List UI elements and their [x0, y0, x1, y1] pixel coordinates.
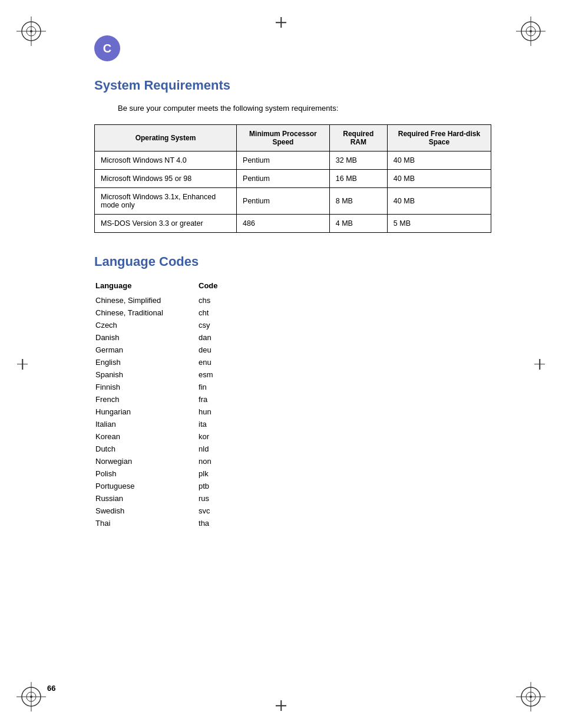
list-item: Finnishfin [95, 381, 246, 393]
language-name: Italian [95, 419, 197, 430]
language-codes-title: Language Codes [94, 254, 491, 269]
table-row: MS-DOS Version 3.3 or greater4864 MB5 MB [95, 215, 491, 233]
table-row: Microsoft Windows 95 or 98Pentium16 MB40… [95, 170, 491, 188]
list-item: Russianrus [95, 493, 246, 504]
language-name: Thai [95, 518, 197, 529]
corner-decoration-tr [516, 17, 546, 46]
list-item: Czechcsy [95, 319, 246, 331]
language-code: fra [199, 394, 246, 405]
cell-os: MS-DOS Version 3.3 or greater [95, 215, 237, 233]
table-row: Microsoft Windows NT 4.0Pentium32 MB40 M… [95, 151, 491, 170]
list-item: Portugueseptb [95, 480, 246, 492]
corner-decoration-br [516, 682, 546, 711]
list-item: Thaitha [95, 518, 246, 529]
cell-hdd: 40 MB [387, 188, 491, 215]
language-name: Chinese, Traditional [95, 307, 197, 318]
language-name: Russian [95, 493, 197, 504]
chapter-badge: C [94, 35, 120, 61]
language-name: Chinese, Simplified [95, 295, 197, 306]
table-row: Microsoft Windows 3.1x, Enhanced mode on… [95, 188, 491, 215]
language-name: Finnish [95, 381, 197, 393]
system-requirements-title: System Requirements [94, 78, 491, 93]
svg-point-14 [30, 696, 32, 698]
language-code: chs [199, 295, 246, 306]
language-name: Portuguese [95, 480, 197, 492]
language-name: Norwegian [95, 456, 197, 467]
language-code: tha [199, 518, 246, 529]
language-code: ita [199, 419, 246, 430]
language-code: dan [199, 332, 246, 343]
system-requirements-section: System Requirements Be sure your compute… [94, 78, 491, 233]
corner-decoration-bl [16, 682, 46, 711]
cell-hdd: 40 MB [387, 151, 491, 170]
list-item: Polishplk [95, 468, 246, 479]
language-name: Danish [95, 332, 197, 343]
list-item: Danishdan [95, 332, 246, 343]
language-code: plk [199, 468, 246, 479]
main-content: System Requirements Be sure your compute… [94, 78, 491, 530]
language-name: Polish [95, 468, 197, 479]
list-item: Swedishsvc [95, 505, 246, 516]
cell-processor: Pentium [237, 151, 330, 170]
language-code: cht [199, 307, 246, 318]
corner-decoration-tl [16, 17, 46, 46]
cell-hdd: 40 MB [387, 170, 491, 188]
col-header-code: Code [199, 281, 246, 294]
col-header-ram: Required RAM [329, 125, 387, 151]
edge-mark-right [534, 358, 546, 370]
language-name: Czech [95, 319, 197, 331]
cell-hdd: 5 MB [387, 215, 491, 233]
list-item: Frenchfra [95, 394, 246, 405]
cell-os: Microsoft Windows 95 or 98 [95, 170, 237, 188]
language-code: esm [199, 369, 246, 380]
list-item: Dutchnld [95, 443, 246, 454]
language-code: svc [199, 505, 246, 516]
page: C System Requirements Be sure your compu… [0, 0, 562, 728]
language-code: csy [199, 319, 246, 331]
language-code: deu [199, 344, 246, 355]
svg-point-4 [30, 30, 32, 32]
cell-ram: 16 MB [329, 170, 387, 188]
cell-processor: Pentium [237, 170, 330, 188]
col-header-processor: Minimum Processor Speed [237, 125, 330, 151]
language-name: German [95, 344, 197, 355]
cell-os: Microsoft Windows 3.1x, Enhanced mode on… [95, 188, 237, 215]
edge-mark-bottom [275, 700, 287, 711]
edge-mark-left [16, 358, 28, 370]
language-code: fin [199, 381, 246, 393]
language-code: kor [199, 431, 246, 442]
list-item: Norwegiannon [95, 456, 246, 467]
page-number: 66 [47, 684, 55, 693]
language-code: rus [199, 493, 246, 504]
svg-point-19 [530, 696, 532, 698]
language-name: Hungarian [95, 406, 197, 417]
svg-point-9 [530, 30, 532, 32]
cell-ram: 32 MB [329, 151, 387, 170]
cell-processor: 486 [237, 215, 330, 233]
table-header-row: Operating System Minimum Processor Speed… [95, 125, 491, 151]
language-code: nld [199, 443, 246, 454]
language-name: Spanish [95, 369, 197, 380]
col-header-os: Operating System [95, 125, 237, 151]
cell-processor: Pentium [237, 188, 330, 215]
edge-mark-top [275, 17, 287, 28]
list-item: Englishenu [95, 357, 246, 368]
language-name: Dutch [95, 443, 197, 454]
cell-ram: 8 MB [329, 188, 387, 215]
language-name: French [95, 394, 197, 405]
list-item: Koreankor [95, 431, 246, 442]
language-name: Korean [95, 431, 197, 442]
list-item: Italianita [95, 419, 246, 430]
language-code: non [199, 456, 246, 467]
language-codes-section: Language Codes Language Code Chinese, Si… [94, 254, 491, 530]
list-item: Spanishesm [95, 369, 246, 380]
cell-ram: 4 MB [329, 215, 387, 233]
list-item: Germandeu [95, 344, 246, 355]
col-header-language: Language [95, 281, 197, 294]
requirements-table: Operating System Minimum Processor Speed… [94, 124, 491, 233]
language-name: Swedish [95, 505, 197, 516]
language-code: hun [199, 406, 246, 417]
col-header-hdd: Required Free Hard-disk Space [387, 125, 491, 151]
list-item: Hungarianhun [95, 406, 246, 417]
list-item: Chinese, Simplifiedchs [95, 295, 246, 306]
